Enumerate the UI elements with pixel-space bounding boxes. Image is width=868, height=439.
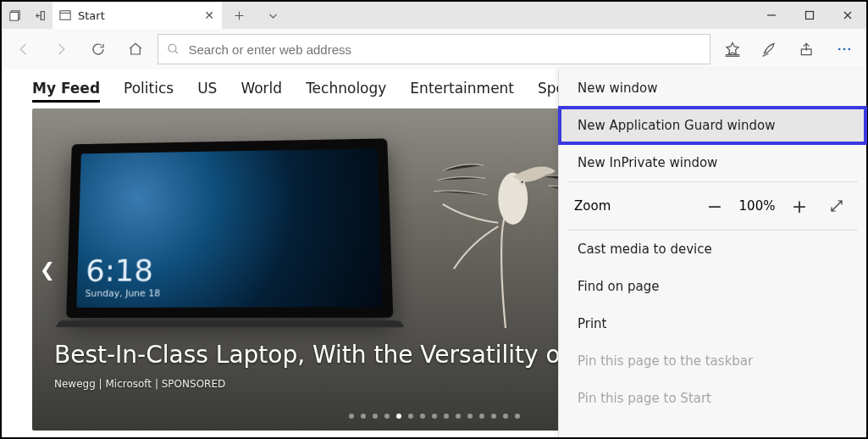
address-bar[interactable] <box>158 34 710 64</box>
tab-start[interactable]: Start ✕ <box>53 2 222 29</box>
feed-nav-item[interactable]: World <box>240 80 282 103</box>
menu-new-inprivate-window[interactable]: New InPrivate window <box>559 144 866 181</box>
new-tab-button[interactable] <box>222 2 256 29</box>
feed-nav-item[interactable]: Technology <box>306 80 386 103</box>
tab-preview-icon[interactable] <box>2 2 27 29</box>
carousel-dot[interactable] <box>349 414 354 419</box>
web-notes-button[interactable] <box>755 34 785 64</box>
zoom-out-button[interactable]: − <box>700 192 729 220</box>
svg-rect-8 <box>805 12 813 19</box>
title-bar-drag-region <box>290 2 752 29</box>
menu-new-app-guard-window[interactable]: New Application Guard window <box>559 107 866 144</box>
window-maximize-button[interactable] <box>790 2 828 29</box>
menu-find[interactable]: Find on page <box>559 268 866 305</box>
carousel-dot[interactable] <box>420 414 425 419</box>
carousel-dot[interactable] <box>515 414 520 419</box>
menu-pin-start: Pin this page to Start <box>559 380 866 417</box>
svg-point-18 <box>843 48 846 51</box>
hero-image-laptop: 6:18 Sunday, June 18 <box>66 138 393 318</box>
carousel-dot[interactable] <box>396 414 401 419</box>
carousel-dot[interactable] <box>456 414 461 419</box>
edge-page-icon <box>59 9 71 21</box>
tab-close-icon[interactable]: ✕ <box>203 8 215 22</box>
carousel-dot[interactable] <box>408 414 413 419</box>
zoom-label: Zoom <box>574 198 611 214</box>
nav-refresh-button[interactable] <box>83 34 113 64</box>
nav-back-button[interactable] <box>8 34 39 64</box>
carousel-prev-button[interactable]: ❮ <box>37 253 58 286</box>
carousel-dot[interactable] <box>467 414 473 419</box>
feed-nav-item[interactable]: Politics <box>124 80 174 103</box>
carousel-dot[interactable] <box>373 414 378 419</box>
svg-rect-1 <box>9 12 18 20</box>
feed-nav-item[interactable]: US <box>197 80 217 103</box>
search-icon <box>167 42 180 56</box>
carousel-dot[interactable] <box>384 414 390 419</box>
svg-point-11 <box>169 44 176 52</box>
nav-forward-button[interactable] <box>46 34 76 64</box>
more-button[interactable] <box>829 34 860 64</box>
svg-rect-3 <box>60 11 70 20</box>
lockscreen-time: 6:18 <box>86 254 373 286</box>
set-aside-tabs-icon[interactable] <box>27 2 53 29</box>
svg-point-21 <box>520 181 523 184</box>
menu-cast[interactable]: Cast media to device <box>559 231 866 268</box>
feed-nav-item[interactable]: My Feed <box>32 80 100 103</box>
carousel-dot[interactable] <box>432 414 437 419</box>
menu-pin-taskbar: Pin this page to the taskbar <box>559 342 866 380</box>
menu-zoom-row: Zoom − 100% + <box>559 182 866 230</box>
menu-print[interactable]: Print <box>559 305 866 342</box>
nav-home-button[interactable] <box>120 34 151 64</box>
window-close-button[interactable] <box>828 2 866 29</box>
more-menu: New window New Application Guard window … <box>558 69 866 437</box>
fullscreen-button[interactable] <box>822 192 851 220</box>
zoom-level: 100% <box>738 198 777 214</box>
tabs-dropdown-icon[interactable] <box>256 2 290 29</box>
carousel-dot[interactable] <box>361 414 366 419</box>
share-button[interactable] <box>792 34 822 64</box>
carousel-dot[interactable] <box>491 414 496 419</box>
svg-point-19 <box>849 48 851 51</box>
carousel-dot[interactable] <box>479 414 484 419</box>
content-area: My FeedPoliticsUSWorldTechnologyEntertai… <box>2 69 866 437</box>
hero-byline: Newegg | Microsoft | SPONSORED <box>54 378 225 390</box>
carousel-dot[interactable] <box>503 414 508 419</box>
menu-new-window[interactable]: New window <box>559 69 866 107</box>
title-bar: Start ✕ <box>2 2 866 29</box>
svg-rect-2 <box>41 11 44 19</box>
zoom-in-button[interactable]: + <box>785 192 814 220</box>
navigation-bar <box>2 29 866 69</box>
window-minimize-button[interactable] <box>752 2 790 29</box>
svg-point-17 <box>838 48 841 51</box>
carousel-dot[interactable] <box>444 414 449 419</box>
feed-nav-item[interactable]: Entertainment <box>410 80 514 103</box>
svg-line-12 <box>175 51 178 53</box>
lockscreen-date: Sunday, June 18 <box>85 287 373 299</box>
tab-title: Start <box>78 9 196 22</box>
address-input[interactable] <box>186 42 701 58</box>
favorites-button[interactable] <box>717 34 748 64</box>
